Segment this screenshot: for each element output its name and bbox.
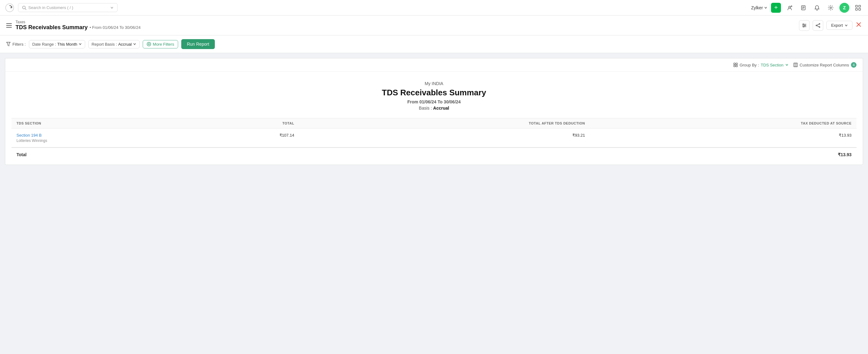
date-range-filter[interactable]: Date Range : This Month <box>29 40 85 48</box>
hamburger-line-2 <box>6 25 12 26</box>
section-link[interactable]: Section 194 B <box>17 133 42 138</box>
report-basis-prefix: Basis : <box>419 106 432 111</box>
table-cell-total: ₹107.14 <box>190 129 299 148</box>
total-label: Total <box>11 147 190 162</box>
top-nav: Search in Customers ( / ) Zylker + <box>0 0 868 15</box>
breadcrumb: Taxes <box>16 20 141 24</box>
filter-settings-btn[interactable] <box>799 20 810 31</box>
filters-bar: Filters : Date Range : This Month Report… <box>0 35 868 53</box>
columns-icon <box>794 63 798 67</box>
svg-line-22 <box>817 24 819 25</box>
total-after-tds <box>299 147 590 162</box>
contacts-icon-btn[interactable] <box>785 3 795 13</box>
customize-columns-control[interactable]: Customize Report Columns 4 <box>794 62 857 68</box>
search-placeholder: Search in Customers ( / ) <box>28 5 73 10</box>
group-by-control[interactable]: Group By : TDS Section <box>733 63 788 67</box>
report-date-range: From 01/06/24 To 30/06/24 <box>11 99 857 104</box>
notifications-icon-btn[interactable] <box>812 3 822 13</box>
page-header-left: Taxes TDS Receivables Summary • From 01/… <box>6 20 141 31</box>
total-total <box>190 147 299 162</box>
section-sub: Lotteries Winnings <box>17 139 185 143</box>
settings-icon-btn[interactable] <box>826 3 836 13</box>
notes-icon-btn[interactable] <box>798 3 808 13</box>
top-nav-left: Search in Customers ( / ) <box>5 3 118 12</box>
svg-point-20 <box>819 26 820 27</box>
hamburger-menu[interactable] <box>6 23 12 28</box>
export-chevron-icon <box>845 24 848 27</box>
hamburger-line-1 <box>6 23 12 24</box>
svg-rect-11 <box>856 8 858 10</box>
group-by-label: Group By : <box>740 63 759 67</box>
page-title-sub: • From 01/06/24 To 30/06/24 <box>90 25 141 30</box>
export-button[interactable]: Export <box>826 21 852 30</box>
report-org: My INDIA <box>11 81 857 86</box>
page-title-text: TDS Receivables Summary <box>16 24 88 31</box>
contacts-icon <box>787 5 793 10</box>
group-by-value: TDS Section <box>761 63 783 67</box>
table-row: Section 194 B Lotteries Winnings ₹107.14… <box>11 129 857 148</box>
table-cell-total-after-tds: ₹93.21 <box>299 129 590 148</box>
svg-rect-32 <box>734 65 735 67</box>
group-by-icon <box>733 63 738 67</box>
table-cell-tax-deducted: ₹13.93 <box>590 129 857 148</box>
svg-rect-10 <box>859 5 861 7</box>
report-area: Group By : TDS Section Customize Report … <box>0 58 868 165</box>
close-icon <box>856 22 862 28</box>
run-report-button[interactable]: Run Report <box>181 39 215 49</box>
report-table: TDS SECTION TOTAL TOTAL AFTER TDS DEDUCT… <box>11 118 857 162</box>
customize-badge: 4 <box>851 62 857 68</box>
svg-point-8 <box>830 7 832 8</box>
bell-icon <box>814 5 820 10</box>
avatar[interactable]: Z <box>839 3 849 13</box>
svg-marker-26 <box>6 42 10 46</box>
org-chevron-icon <box>764 6 767 9</box>
col-total-after-tds: TOTAL AFTER TDS DEDUCTION <box>299 118 590 129</box>
add-button[interactable]: + <box>771 3 781 13</box>
svg-point-0 <box>6 4 14 12</box>
report-title: TDS Receivables Summary <box>11 88 857 98</box>
org-selector[interactable]: Zylker <box>751 5 767 10</box>
app-logo[interactable] <box>5 3 14 12</box>
svg-rect-9 <box>856 5 858 7</box>
svg-point-3 <box>789 6 790 8</box>
total-tax-deducted: ₹13.93 <box>590 147 857 162</box>
col-tds-section: TDS SECTION <box>11 118 190 129</box>
export-label: Export <box>831 23 843 28</box>
svg-rect-12 <box>859 8 861 10</box>
apps-icon-btn[interactable] <box>853 3 863 13</box>
svg-point-19 <box>819 23 820 24</box>
svg-point-16 <box>803 24 804 25</box>
report-basis-val: Accrual <box>433 106 449 111</box>
group-by-chevron-icon <box>785 63 788 66</box>
search-box[interactable]: Search in Customers ( / ) <box>18 3 118 12</box>
date-range-chevron-icon <box>79 42 82 46</box>
page-header: Taxes TDS Receivables Summary • From 01/… <box>0 15 868 35</box>
col-tax-deducted: TAX DEDUCTED AT SOURCE <box>590 118 857 129</box>
svg-line-2 <box>25 8 26 10</box>
report-basis-value: Accrual <box>118 42 131 46</box>
date-range-value: This Month <box>57 42 77 46</box>
table-total-row: Total ₹13.93 <box>11 147 857 162</box>
table-header-row: TDS SECTION TOTAL TOTAL AFTER TDS DEDUCT… <box>11 118 857 129</box>
svg-rect-33 <box>736 65 737 67</box>
table-cell-section: Section 194 B Lotteries Winnings <box>11 129 190 148</box>
filters-text: Filters : <box>12 42 26 46</box>
close-button[interactable] <box>856 22 862 29</box>
more-filters-button[interactable]: More Filters <box>143 40 179 48</box>
page-header-right: Export <box>799 20 862 31</box>
report-body: My INDIA TDS Receivables Summary From 01… <box>5 72 863 165</box>
svg-point-21 <box>816 25 817 26</box>
report-basis-label: Report Basis : <box>92 42 117 46</box>
breadcrumb-section: Taxes TDS Receivables Summary • From 01/… <box>16 20 141 31</box>
share-btn[interactable] <box>813 20 823 31</box>
notes-icon <box>801 5 806 10</box>
org-name: Zylker <box>751 5 763 10</box>
page-title: TDS Receivables Summary • From 01/06/24 … <box>16 24 141 31</box>
svg-point-18 <box>803 26 804 27</box>
sliders-icon <box>802 23 807 28</box>
col-total: TOTAL <box>190 118 299 129</box>
svg-rect-30 <box>734 63 735 65</box>
report-basis-filter[interactable]: Report Basis : Accrual <box>88 40 140 48</box>
grid-icon <box>855 5 861 10</box>
customize-label: Customize Report Columns <box>800 63 849 67</box>
